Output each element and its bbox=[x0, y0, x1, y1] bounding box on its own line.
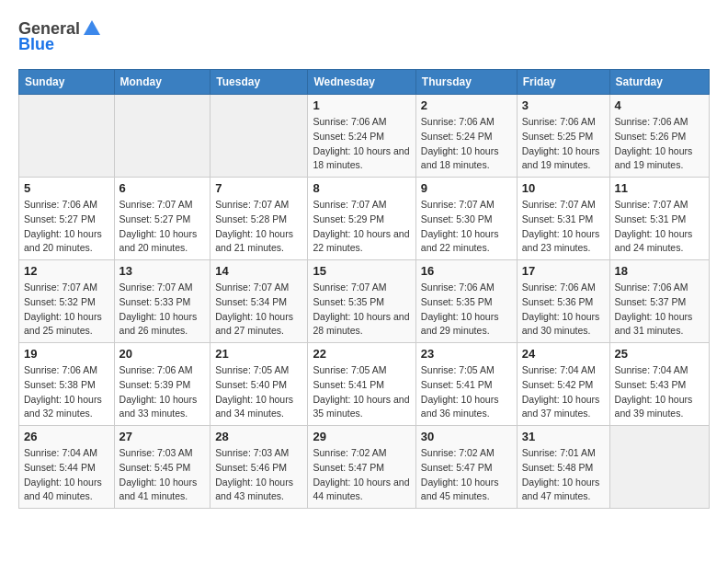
day-number: 13 bbox=[119, 264, 206, 278]
calendar-cell: 27 Sunrise: 7:03 AM Sunset: 5:45 PM Dayl… bbox=[114, 426, 210, 509]
calendar-cell: 8 Sunrise: 7:07 AM Sunset: 5:29 PM Dayli… bbox=[308, 178, 415, 260]
sunrise-info: Sunrise: 7:06 AM bbox=[522, 282, 596, 293]
sunset-info: Sunset: 5:45 PM bbox=[119, 462, 191, 473]
day-number: 30 bbox=[421, 430, 512, 443]
calendar-cell: 15 Sunrise: 7:07 AM Sunset: 5:35 PM Dayl… bbox=[308, 260, 415, 343]
calendar-cell: 4 Sunrise: 7:06 AM Sunset: 5:26 PM Dayli… bbox=[609, 95, 709, 178]
daylight-info: Daylight: 10 hours and 22 minutes. bbox=[421, 228, 499, 254]
daylight-info: Daylight: 10 hours and 32 minutes. bbox=[24, 394, 102, 419]
sunset-info: Sunset: 5:44 PM bbox=[24, 462, 96, 473]
daylight-info: Daylight: 10 hours and 26 minutes. bbox=[119, 311, 198, 337]
calendar-cell: 22 Sunrise: 7:05 AM Sunset: 5:41 PM Dayl… bbox=[308, 343, 415, 426]
day-number: 3 bbox=[522, 98, 605, 112]
sunset-info: Sunset: 5:31 PM bbox=[615, 213, 687, 224]
sunset-info: Sunset: 5:27 PM bbox=[24, 213, 96, 224]
day-number: 18 bbox=[615, 264, 704, 278]
day-number: 2 bbox=[421, 98, 512, 112]
sunset-info: Sunset: 5:25 PM bbox=[522, 131, 594, 142]
sunrise-info: Sunrise: 7:07 AM bbox=[313, 199, 386, 210]
sunset-info: Sunset: 5:41 PM bbox=[421, 379, 493, 390]
logo-icon bbox=[82, 18, 102, 39]
sunrise-info: Sunrise: 7:06 AM bbox=[421, 116, 495, 127]
weekday-header-row: SundayMondayTuesdayWednesdayThursdayFrid… bbox=[19, 70, 710, 95]
sunrise-info: Sunrise: 7:06 AM bbox=[615, 116, 688, 127]
sunset-info: Sunset: 5:48 PM bbox=[522, 462, 594, 473]
logo-blue-text: Blue bbox=[18, 35, 54, 53]
sunrise-info: Sunrise: 7:04 AM bbox=[615, 364, 688, 375]
daylight-info: Daylight: 10 hours and 20 minutes. bbox=[119, 228, 198, 254]
daylight-info: Daylight: 10 hours and 25 minutes. bbox=[24, 311, 102, 337]
sunset-info: Sunset: 5:37 PM bbox=[615, 296, 687, 307]
weekday-header-friday: Friday bbox=[517, 70, 609, 95]
calendar-cell: 1 Sunrise: 7:06 AM Sunset: 5:24 PM Dayli… bbox=[308, 95, 415, 178]
sunrise-info: Sunrise: 7:07 AM bbox=[24, 282, 97, 293]
calendar-cell: 31 Sunrise: 7:01 AM Sunset: 5:48 PM Dayl… bbox=[517, 426, 609, 509]
sunrise-info: Sunrise: 7:02 AM bbox=[421, 447, 495, 458]
logo: General Blue bbox=[18, 18, 102, 54]
daylight-info: Daylight: 10 hours and 30 minutes. bbox=[522, 311, 600, 337]
daylight-info: Daylight: 10 hours and 20 minutes. bbox=[24, 228, 102, 254]
day-number: 31 bbox=[522, 430, 605, 443]
sunrise-info: Sunrise: 7:04 AM bbox=[24, 447, 97, 458]
daylight-info: Daylight: 10 hours and 44 minutes. bbox=[313, 477, 409, 502]
sunset-info: Sunset: 5:47 PM bbox=[421, 462, 493, 473]
calendar-cell: 5 Sunrise: 7:06 AM Sunset: 5:27 PM Dayli… bbox=[19, 178, 115, 260]
calendar-cell: 13 Sunrise: 7:07 AM Sunset: 5:33 PM Dayl… bbox=[114, 260, 210, 343]
day-number: 22 bbox=[313, 347, 410, 361]
sunrise-info: Sunrise: 7:07 AM bbox=[522, 199, 596, 210]
sunset-info: Sunset: 5:28 PM bbox=[215, 213, 287, 224]
sunset-info: Sunset: 5:36 PM bbox=[522, 296, 594, 307]
day-number: 28 bbox=[215, 430, 302, 443]
daylight-info: Daylight: 10 hours and 19 minutes. bbox=[522, 145, 600, 171]
calendar-cell: 14 Sunrise: 7:07 AM Sunset: 5:34 PM Dayl… bbox=[210, 260, 308, 343]
day-number: 11 bbox=[615, 181, 704, 195]
daylight-info: Daylight: 10 hours and 33 minutes. bbox=[119, 394, 198, 419]
day-number: 23 bbox=[421, 347, 512, 361]
calendar-week-3: 12 Sunrise: 7:07 AM Sunset: 5:32 PM Dayl… bbox=[19, 260, 710, 343]
day-number: 19 bbox=[24, 347, 109, 361]
sunset-info: Sunset: 5:33 PM bbox=[119, 296, 191, 307]
calendar-cell bbox=[609, 426, 709, 509]
daylight-info: Daylight: 10 hours and 37 minutes. bbox=[522, 394, 600, 419]
calendar-cell: 7 Sunrise: 7:07 AM Sunset: 5:28 PM Dayli… bbox=[210, 178, 308, 260]
sunrise-info: Sunrise: 7:01 AM bbox=[522, 447, 596, 458]
sunset-info: Sunset: 5:41 PM bbox=[313, 379, 384, 390]
calendar-cell: 23 Sunrise: 7:05 AM Sunset: 5:41 PM Dayl… bbox=[415, 343, 517, 426]
day-number: 8 bbox=[313, 181, 410, 195]
daylight-info: Daylight: 10 hours and 28 minutes. bbox=[313, 311, 409, 337]
daylight-info: Daylight: 10 hours and 40 minutes. bbox=[24, 477, 102, 502]
sunset-info: Sunset: 5:26 PM bbox=[615, 131, 687, 142]
daylight-info: Daylight: 10 hours and 36 minutes. bbox=[421, 394, 499, 419]
day-number: 5 bbox=[24, 181, 109, 195]
sunset-info: Sunset: 5:31 PM bbox=[522, 213, 594, 224]
sunset-info: Sunset: 5:35 PM bbox=[313, 296, 384, 307]
daylight-info: Daylight: 10 hours and 35 minutes. bbox=[313, 394, 409, 419]
sunset-info: Sunset: 5:38 PM bbox=[24, 379, 96, 390]
sunset-info: Sunset: 5:24 PM bbox=[313, 131, 384, 142]
sunrise-info: Sunrise: 7:06 AM bbox=[24, 364, 97, 375]
weekday-header-sunday: Sunday bbox=[19, 70, 115, 95]
sunset-info: Sunset: 5:47 PM bbox=[313, 462, 384, 473]
calendar-cell: 18 Sunrise: 7:06 AM Sunset: 5:37 PM Dayl… bbox=[609, 260, 709, 343]
daylight-info: Daylight: 10 hours and 29 minutes. bbox=[421, 311, 499, 337]
sunrise-info: Sunrise: 7:05 AM bbox=[313, 364, 386, 375]
day-number: 16 bbox=[421, 264, 512, 278]
sunrise-info: Sunrise: 7:03 AM bbox=[119, 447, 193, 458]
svg-marker-0 bbox=[84, 20, 100, 35]
day-number: 15 bbox=[313, 264, 410, 278]
sunrise-info: Sunrise: 7:03 AM bbox=[215, 447, 289, 458]
sunset-info: Sunset: 5:40 PM bbox=[215, 379, 287, 390]
sunset-info: Sunset: 5:34 PM bbox=[215, 296, 287, 307]
sunset-info: Sunset: 5:46 PM bbox=[215, 462, 287, 473]
sunrise-info: Sunrise: 7:07 AM bbox=[615, 199, 688, 210]
weekday-header-tuesday: Tuesday bbox=[210, 70, 308, 95]
daylight-info: Daylight: 10 hours and 24 minutes. bbox=[615, 228, 693, 254]
calendar-table: SundayMondayTuesdayWednesdayThursdayFrid… bbox=[18, 69, 710, 509]
calendar-cell bbox=[19, 95, 115, 178]
day-number: 6 bbox=[119, 181, 206, 195]
weekday-header-saturday: Saturday bbox=[609, 70, 709, 95]
calendar-cell: 3 Sunrise: 7:06 AM Sunset: 5:25 PM Dayli… bbox=[517, 95, 609, 178]
day-number: 26 bbox=[24, 430, 109, 443]
daylight-info: Daylight: 10 hours and 41 minutes. bbox=[119, 477, 198, 502]
calendar-cell: 17 Sunrise: 7:06 AM Sunset: 5:36 PM Dayl… bbox=[517, 260, 609, 343]
